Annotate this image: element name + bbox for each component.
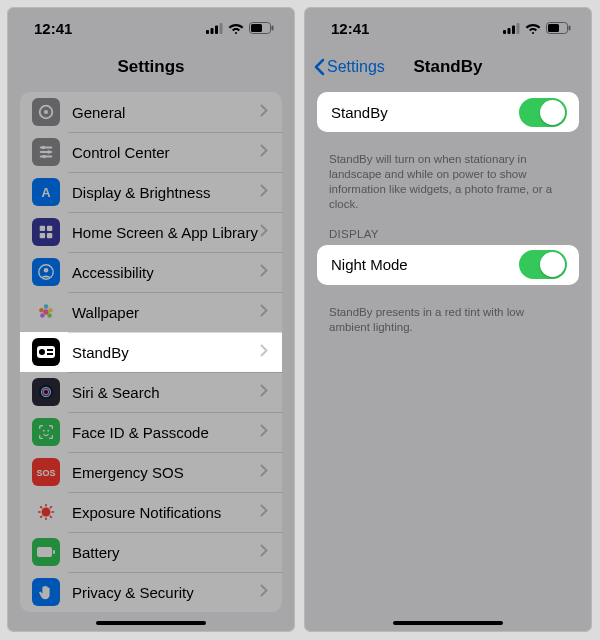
svg-rect-48 xyxy=(53,550,55,554)
settings-row-faceid[interactable]: Face ID & Passcode xyxy=(20,412,282,452)
svg-point-24 xyxy=(48,308,53,313)
standby-toggle-label: StandBy xyxy=(331,104,519,121)
home-indicator xyxy=(393,621,503,625)
svg-point-21 xyxy=(44,268,49,273)
svg-point-35 xyxy=(43,430,45,432)
chevron-right-icon xyxy=(260,583,268,601)
status-bar: 12:41 xyxy=(305,8,591,48)
nav-bar: Settings xyxy=(8,48,294,86)
svg-rect-0 xyxy=(206,30,209,34)
settings-row-display[interactable]: ADisplay & Brightness xyxy=(20,172,282,212)
standby-toggle-group: StandBy xyxy=(317,92,579,132)
svg-point-36 xyxy=(47,430,49,432)
row-label: Battery xyxy=(72,544,260,561)
back-button[interactable]: Settings xyxy=(313,58,385,76)
svg-rect-57 xyxy=(548,24,559,32)
nightmode-toggle-label: Night Mode xyxy=(331,256,519,273)
settings-row-siri[interactable]: Siri & Search xyxy=(20,372,282,412)
nightmode-toggle[interactable] xyxy=(519,250,567,279)
status-time: 12:41 xyxy=(331,20,369,37)
settings-row-exposure[interactable]: Exposure Notifications xyxy=(20,492,282,532)
status-icons xyxy=(206,22,274,34)
svg-line-43 xyxy=(40,506,42,508)
chevron-right-icon xyxy=(260,463,268,481)
svg-rect-55 xyxy=(517,23,520,34)
hand-icon xyxy=(32,578,60,606)
row-label: Privacy & Security xyxy=(72,584,260,601)
chevron-right-icon xyxy=(260,223,268,241)
svg-point-8 xyxy=(44,110,48,114)
settings-row-battery[interactable]: Battery xyxy=(20,532,282,572)
settings-row-general[interactable]: General xyxy=(20,92,282,132)
settings-group-1: GeneralControl CenterADisplay & Brightne… xyxy=(20,92,282,612)
display-section-header: Display xyxy=(329,228,567,240)
grid-icon xyxy=(32,218,60,246)
chevron-right-icon xyxy=(260,303,268,321)
standby-toggle-row[interactable]: StandBy xyxy=(317,92,579,132)
svg-rect-17 xyxy=(47,226,52,231)
standby-toggle[interactable] xyxy=(519,98,567,127)
row-label: Home Screen & App Library xyxy=(72,224,260,241)
svg-text:SOS: SOS xyxy=(36,468,55,478)
svg-line-46 xyxy=(50,506,52,508)
settings-row-wallpaper[interactable]: Wallpaper xyxy=(20,292,282,332)
chevron-left-icon xyxy=(313,58,325,76)
row-label: StandBy xyxy=(72,344,260,361)
settings-row-accessibility[interactable]: Accessibility xyxy=(20,252,282,292)
settings-row-control-center[interactable]: Control Center xyxy=(20,132,282,172)
svg-rect-5 xyxy=(251,24,262,32)
nightmode-toggle-group: Night Mode xyxy=(317,245,579,285)
chevron-right-icon xyxy=(260,263,268,281)
cellular-icon xyxy=(206,23,223,34)
svg-rect-30 xyxy=(47,349,53,351)
chevron-right-icon xyxy=(260,343,268,361)
flower-icon xyxy=(32,298,60,326)
svg-point-23 xyxy=(44,304,49,309)
svg-point-14 xyxy=(42,155,46,159)
status-icons xyxy=(503,22,571,34)
settings-row-privacy[interactable]: Privacy & Security xyxy=(20,572,282,612)
faceid-icon xyxy=(32,418,60,446)
battery-icon xyxy=(32,538,60,566)
svg-rect-19 xyxy=(47,233,52,238)
cellular-icon xyxy=(503,23,520,34)
svg-point-12 xyxy=(42,146,46,150)
svg-rect-58 xyxy=(569,26,571,31)
row-label: Siri & Search xyxy=(72,384,260,401)
svg-text:A: A xyxy=(41,186,50,200)
svg-rect-31 xyxy=(47,353,53,355)
row-label: Control Center xyxy=(72,144,260,161)
row-label: Wallpaper xyxy=(72,304,260,321)
settings-row-sos[interactable]: SOSEmergency SOS xyxy=(20,452,282,492)
sos-icon: SOS xyxy=(32,458,60,486)
battery-icon xyxy=(546,22,571,34)
home-indicator xyxy=(96,621,206,625)
svg-point-26 xyxy=(40,313,45,318)
svg-point-13 xyxy=(47,150,51,154)
nightmode-toggle-row[interactable]: Night Mode xyxy=(317,245,579,285)
svg-point-27 xyxy=(39,308,44,313)
sliders-icon xyxy=(32,138,60,166)
battery-icon xyxy=(249,22,274,34)
row-label: Accessibility xyxy=(72,264,260,281)
page-title: Settings xyxy=(117,57,184,77)
status-time: 12:41 xyxy=(34,20,72,37)
standby-screen: 12:41 Settings StandBy StandBy StandBy w… xyxy=(304,7,592,632)
svg-point-25 xyxy=(47,313,52,318)
siri-icon xyxy=(32,378,60,406)
svg-point-22 xyxy=(43,309,48,314)
svg-line-44 xyxy=(50,516,52,518)
settings-row-home-screen[interactable]: Home Screen & App Library xyxy=(20,212,282,252)
svg-rect-53 xyxy=(508,28,511,34)
wifi-icon xyxy=(228,22,244,34)
gear-icon xyxy=(32,98,60,126)
standby-footer: StandBy will turn on when stationary in … xyxy=(329,152,567,212)
svg-point-29 xyxy=(39,349,45,355)
back-label: Settings xyxy=(327,58,385,76)
svg-rect-47 xyxy=(37,547,52,557)
settings-row-standby[interactable]: StandBy xyxy=(20,332,282,372)
svg-line-45 xyxy=(40,516,42,518)
svg-rect-18 xyxy=(40,233,45,238)
wifi-icon xyxy=(525,22,541,34)
svg-rect-54 xyxy=(512,25,515,34)
